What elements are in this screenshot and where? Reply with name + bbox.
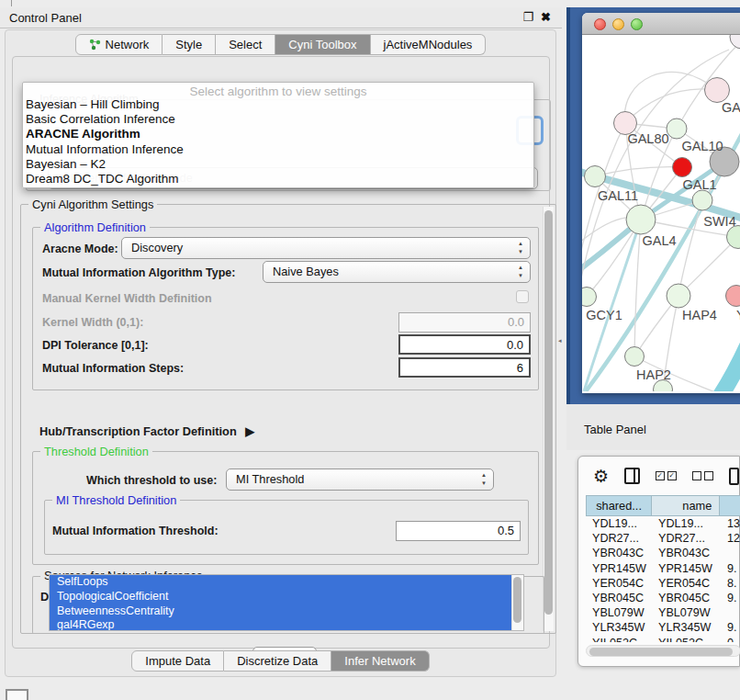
- node-right-green[interactable]: [727, 226, 740, 249]
- manual-kernel-width-label: Manual Kernel Width Definition: [42, 292, 212, 305]
- panel-splitter-handle[interactable]: ◂: [558, 337, 562, 344]
- node-salmon[interactable]: [726, 286, 740, 307]
- network-graph: GAL GAL80 GAL10 GAL1 GAL11 SWI4 GAL4 GCY…: [582, 35, 740, 391]
- node-partial-top[interactable]: [730, 35, 740, 49]
- checked-box-icon: ✓: [667, 471, 677, 480]
- cyni-algorithm-settings-group: Cyni Algorithm Settings Algorithm Defini…: [20, 204, 556, 634]
- tab-infer-network-label: Infer Network: [344, 654, 415, 668]
- tab-impute-data[interactable]: Impute Data: [131, 650, 224, 672]
- tab-jactivemnodules[interactable]: jActiveMNodules: [371, 34, 487, 55]
- node-swi4[interactable]: [692, 190, 712, 210]
- dropdown-item-dream8[interactable]: Dream8 DC_TDC Algorithm: [23, 172, 533, 186]
- edge[interactable]: [625, 89, 717, 123]
- list-item-selfloops[interactable]: SelfLoops: [50, 575, 511, 590]
- table-row[interactable]: YPR145WYPR145W9.: [586, 561, 740, 576]
- table-horizontal-scrollbar[interactable]: [586, 645, 740, 657]
- column-header-clipped[interactable]: [719, 495, 740, 516]
- edge[interactable]: [678, 200, 702, 296]
- column-header-name[interactable]: name: [651, 495, 719, 516]
- node-gal11[interactable]: [585, 166, 606, 187]
- tab-select[interactable]: Select: [216, 34, 275, 55]
- aracne-mode-combo[interactable]: Discovery ▲▼: [121, 237, 531, 259]
- list-item-betweennesscentrality[interactable]: BetweennessCentrality: [50, 604, 511, 619]
- attr-list-scrollbar-thumb[interactable]: [513, 577, 521, 623]
- control-panel-titlebar: Control Panel ❐ ✖: [0, 7, 562, 28]
- table-row[interactable]: YER054CYER054C8.: [586, 576, 740, 591]
- table-row[interactable]: YBR043CYBR043C: [586, 546, 740, 560]
- node-gal2[interactable]: [705, 78, 730, 103]
- algorithm-dropdown: Select algorithm to view settings Bayesi…: [22, 82, 534, 188]
- kernel-width-field[interactable]: 0.0: [398, 312, 531, 333]
- node-hap4[interactable]: [667, 284, 690, 308]
- table-header: shared... name: [586, 495, 740, 516]
- tab-discretize-data[interactable]: Discretize Data: [224, 650, 331, 672]
- float-window-icon[interactable]: ❐: [522, 10, 533, 24]
- mi-steps-field[interactable]: 6: [398, 357, 531, 378]
- dropdown-item-bayesian-hill-climbing[interactable]: Bayesian – Hill Climbing: [23, 97, 533, 112]
- list-item-topologicalcoefficient[interactable]: TopologicalCoefficient: [50, 590, 511, 604]
- table-row[interactable]: YDL19...YDL19...13: [586, 516, 740, 531]
- node-gal1-selected[interactable]: [673, 158, 692, 177]
- network-window-titlebar[interactable]: [582, 13, 740, 35]
- node-label: GAL11: [598, 188, 638, 203]
- node-gal10[interactable]: [667, 119, 687, 139]
- network-canvas[interactable]: GAL GAL80 GAL10 GAL1 GAL11 SWI4 GAL4 GCY…: [582, 35, 740, 391]
- which-threshold-value: MI Threshold: [236, 472, 304, 486]
- close-panel-icon[interactable]: ✖: [541, 10, 551, 24]
- column-header-shared[interactable]: shared...: [586, 495, 651, 516]
- dropdown-item-mutual-information[interactable]: Mutual Information Inference: [23, 142, 533, 157]
- dropdown-item-aracne[interactable]: ARACNE Algorithm: [23, 127, 533, 141]
- table-row[interactable]: YBR045CYBR045C9.: [586, 591, 740, 605]
- node-table: shared... name YDL19...YDL19...13 YDR27.…: [586, 495, 740, 642]
- tab-style[interactable]: Style: [163, 34, 216, 55]
- select-all-checks-icon[interactable]: ✓ ✓: [656, 471, 677, 480]
- table-row[interactable]: YIL052CYIL052C0.: [586, 636, 740, 643]
- dpi-tolerance-field[interactable]: 0.0: [398, 334, 531, 355]
- minimize-window-icon[interactable]: [612, 18, 624, 30]
- edge[interactable]: [595, 167, 682, 176]
- which-threshold-combo[interactable]: MI Threshold ▲▼: [226, 469, 494, 491]
- tab-cyni-toolbox[interactable]: Cyni Toolbox: [275, 34, 370, 55]
- settings-scrollbar[interactable]: [543, 207, 554, 631]
- table-row[interactable]: YBL079WYBL079W: [586, 605, 740, 620]
- tab-style-label: Style: [175, 38, 202, 51]
- clipped-toolbar-icon[interactable]: [729, 468, 739, 485]
- settings-scrollbar-thumb[interactable]: [544, 210, 553, 615]
- tab-network[interactable]: Network: [75, 34, 163, 55]
- unchecked-box-icon: [692, 471, 701, 480]
- mi-steps-label: Mutual Information Steps:: [42, 362, 184, 375]
- network-desktop: GAL GAL80 GAL10 GAL1 GAL11 SWI4 GAL4 GCY…: [566, 7, 740, 404]
- network-window: GAL GAL80 GAL10 GAL1 GAL11 SWI4 GAL4 GCY…: [582, 13, 740, 393]
- table-horizontal-scrollbar-thumb[interactable]: [589, 648, 733, 656]
- hub-definition-label[interactable]: Hub/Transcription Factor Definition ▶: [39, 424, 254, 438]
- tab-infer-network[interactable]: Infer Network: [331, 650, 429, 672]
- node-gcy1[interactable]: [582, 288, 597, 307]
- columns-icon[interactable]: [624, 468, 640, 484]
- zoom-window-icon[interactable]: [631, 18, 643, 30]
- table-row[interactable]: YLR345WYLR345W9.: [586, 620, 740, 635]
- dropdown-item-bayesian-k2[interactable]: Bayesian – K2: [23, 157, 533, 172]
- deselect-all-checks-icon[interactable]: [692, 471, 713, 480]
- dropdown-item-basic-correlation[interactable]: Basic Correlation Inference: [23, 112, 533, 127]
- cyni-algorithm-settings-title: Cyni Algorithm Settings: [28, 198, 157, 211]
- gear-icon[interactable]: ⚙: [593, 468, 609, 485]
- node-hap2[interactable]: [625, 347, 645, 367]
- mi-algorithm-type-label: Mutual Information Algorithm Type:: [42, 266, 235, 279]
- close-window-icon[interactable]: [594, 18, 606, 30]
- mi-algorithm-type-combo[interactable]: Naive Bayes ▲▼: [263, 261, 531, 283]
- app-root: Control Panel ❐ ✖ Network Style Select C…: [0, 0, 740, 700]
- edge[interactable]: [678, 237, 738, 296]
- edge[interactable]: [624, 72, 717, 123]
- table-panel-strip: Table Panel: [566, 404, 740, 450]
- mi-threshold-field[interactable]: 0.5: [396, 521, 521, 541]
- edge-highlight-thick[interactable]: [720, 338, 740, 391]
- list-item-gal4rgexp[interactable]: gal4RGexp: [50, 618, 511, 631]
- dropdown-placeholder: Select algorithm to view settings: [23, 83, 533, 97]
- manual-kernel-width-checkbox[interactable]: [516, 290, 529, 303]
- minimized-panel-chip[interactable]: [6, 689, 28, 700]
- table-row[interactable]: YDR27...YDR27...12: [586, 531, 740, 546]
- hub-definition-text: Hub/Transcription Factor Definition: [39, 424, 237, 438]
- attr-list-scrollbar[interactable]: [511, 575, 523, 631]
- node-label: SWI4: [703, 214, 735, 229]
- node-gal4[interactable]: [626, 205, 656, 234]
